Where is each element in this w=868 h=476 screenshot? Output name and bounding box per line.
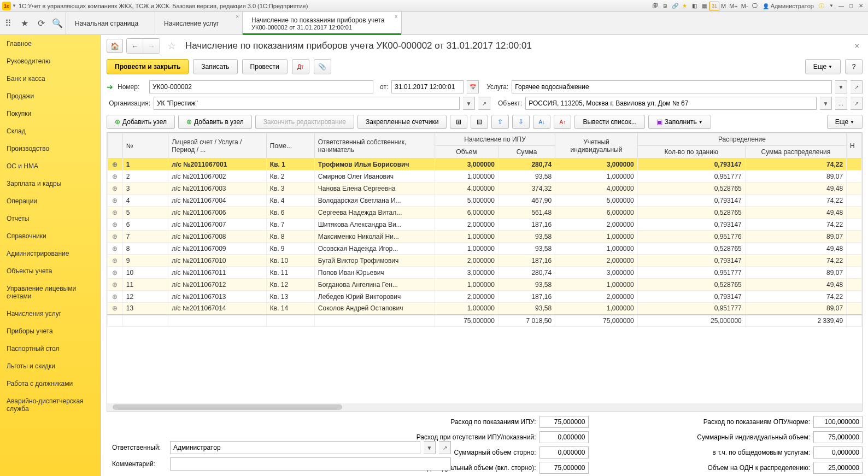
more-dots-icon[interactable]: …: [835, 97, 847, 110]
table-row[interactable]: ⊕ 11л/с №2011067012Кв. 12Богданова Ангел…: [108, 279, 862, 291]
toolbar-icon-copy[interactable]: 🗎: [660, 2, 670, 10]
date-input[interactable]: [391, 80, 464, 93]
table-row[interactable]: ⊕ 5л/с №2011067006Кв. 6Сергеева Надежда …: [108, 207, 862, 219]
star-button[interactable]: ☆: [163, 39, 180, 53]
add-node-button[interactable]: ⊕Добавить узел: [107, 115, 175, 129]
common-value[interactable]: [813, 446, 863, 459]
col-sum[interactable]: Сумма: [498, 146, 555, 158]
grid-more-button[interactable]: Еще ▼: [827, 115, 863, 129]
m-button[interactable]: M: [719, 3, 728, 9]
open-icon[interactable]: ↗: [439, 441, 451, 454]
sidebar-item-12[interactable]: Администрирование: [0, 245, 101, 262]
history-icon[interactable]: ⟳: [36, 19, 46, 28]
back-button[interactable]: ←: [127, 39, 143, 53]
col-account[interactable]: Лицевой счет / Услуга / Период / ...: [168, 133, 267, 158]
favorites-icon[interactable]: ★: [20, 19, 30, 28]
toolbar-icon-box[interactable]: ◧: [690, 2, 700, 10]
sidebar-item-18[interactable]: Льготы и скидки: [0, 357, 101, 375]
number-input[interactable]: [149, 80, 373, 93]
minimize-button[interactable]: —: [836, 2, 846, 10]
calendar-icon[interactable]: 📅: [467, 80, 479, 93]
page-close-button[interactable]: ×: [852, 42, 863, 50]
attach-button[interactable]: 📎: [314, 59, 331, 74]
info-icon[interactable]: ⓘ: [817, 2, 826, 10]
m-minus-button[interactable]: M-: [740, 3, 750, 9]
user-label[interactable]: 👤 Администратор: [760, 3, 817, 9]
table-row[interactable]: ⊕ 1л/с №2011067001Кв. 1Трофимов Илья Бор…: [108, 158, 862, 171]
sidebar-item-13[interactable]: Объекты учета: [0, 262, 101, 280]
col-n[interactable]: Н: [847, 133, 862, 158]
add-in-node-button[interactable]: ⊕Добавить в узел: [178, 115, 252, 129]
table-row[interactable]: ⊕ 4л/с №2011067004Кв. 4Володарская Светл…: [108, 195, 862, 207]
sidebar-item-6[interactable]: Производство: [0, 140, 101, 157]
tab-charge-meters[interactable]: Начисление по показаниям приборов учета …: [243, 12, 401, 34]
col-no[interactable]: №: [122, 133, 168, 158]
table-row[interactable]: ⊕ 13л/с №2011067014Кв. 14Соколов Андрей …: [108, 303, 862, 315]
help-button[interactable]: ?: [845, 59, 863, 74]
table-row[interactable]: ⊕ 3л/с №2011067003Кв. 3Чанова Елена Серг…: [108, 183, 862, 195]
sidebar-item-4[interactable]: Покупки: [0, 105, 101, 122]
sidebar-item-17[interactable]: Паспортный стол: [0, 340, 101, 357]
down-arrow-icon[interactable]: ⇩: [512, 115, 530, 129]
dk-button[interactable]: Дт: [292, 59, 309, 74]
horizontal-scrollbar[interactable]: [107, 403, 862, 411]
open-icon[interactable]: ↗: [851, 80, 863, 93]
col-volume[interactable]: Объем: [435, 146, 498, 158]
table-row[interactable]: ⊕ 8л/с №2011067009Кв. 9Осовская Надежда …: [108, 243, 862, 255]
sidebar-item-14[interactable]: Управление лицевыми счетами: [0, 280, 101, 305]
sidebar-item-11[interactable]: Справочники: [0, 227, 101, 245]
post-and-close-button[interactable]: Провести и закрыть: [107, 59, 189, 74]
dropdown-icon[interactable]: ▼: [820, 97, 832, 110]
table-row[interactable]: ⊕ 12л/с №2011067013Кв. 13Лебедев Юрий Ви…: [108, 291, 862, 303]
col-owner[interactable]: Ответственный собственник, наниматель: [314, 133, 435, 158]
close-button[interactable]: ✕: [856, 2, 866, 10]
open-icon[interactable]: ↗: [851, 97, 863, 110]
no-ipu-value[interactable]: [539, 431, 589, 443]
sidebar-item-16[interactable]: Приборы учета: [0, 322, 101, 340]
toolbar-icon-cal[interactable]: 31: [709, 2, 719, 10]
ipu-consumption-value[interactable]: [539, 416, 589, 428]
home-button[interactable]: 🏠: [107, 39, 123, 53]
toolbar-icon-grid[interactable]: ▦: [700, 2, 709, 10]
print-list-button[interactable]: Вывести список...: [574, 115, 644, 129]
end-edit-button[interactable]: Закончить редактирование: [255, 115, 354, 129]
up-arrow-icon[interactable]: ⇧: [491, 115, 509, 129]
dropdown-icon[interactable]: ▼: [424, 441, 436, 454]
tab-home[interactable]: Начальная страница: [66, 12, 155, 34]
sidebar-item-8[interactable]: Зарплата и кадры: [0, 175, 101, 192]
sidebar-item-2[interactable]: Банк и касса: [0, 70, 101, 87]
tab-charge-services[interactable]: Начисление услуг×: [155, 12, 243, 34]
apps-icon[interactable]: ⠿: [3, 19, 13, 28]
more-button[interactable]: Еще ▼: [805, 59, 841, 74]
sidebar-item-3[interactable]: Продажи: [0, 87, 101, 105]
toolbar-icon-link[interactable]: 🔗: [670, 2, 680, 10]
sort-asc-icon[interactable]: A↓: [533, 115, 550, 129]
service-input[interactable]: [512, 80, 832, 93]
sidebar-item-10[interactable]: Отчеты: [0, 210, 101, 227]
col-dist[interactable]: Распределение: [637, 133, 846, 146]
col-qty-building[interactable]: Кол-во по зданию: [637, 146, 745, 158]
pinned-meters-button[interactable]: Закрепленные счетчики: [357, 115, 447, 129]
titlebar-dropdown-icon[interactable]: ▼: [12, 3, 16, 8]
col-ind[interactable]: Учетный индивидуальный: [555, 133, 638, 158]
table-row[interactable]: ⊕ 7л/с №2011067008Кв. 8Максименко Никола…: [108, 231, 862, 243]
dropdown-icon[interactable]: ▼: [463, 97, 475, 110]
write-button[interactable]: Записать: [193, 59, 237, 74]
org-input[interactable]: [154, 97, 460, 110]
col-sum-dist[interactable]: Сумма распределения: [745, 146, 846, 158]
responsible-input[interactable]: [170, 441, 420, 454]
open-icon[interactable]: ↗: [478, 97, 490, 110]
toolbar-icon-screen[interactable]: 🖵: [750, 2, 760, 10]
storno-value[interactable]: [539, 446, 589, 459]
maximize-button[interactable]: □: [846, 2, 856, 10]
sort-desc-icon[interactable]: A↑: [554, 115, 571, 129]
toolbar-icon-star[interactable]: ★: [680, 2, 690, 10]
m-plus-button[interactable]: M+: [728, 3, 740, 9]
sidebar-item-20[interactable]: Аварийно-диспетчерская служба: [0, 392, 101, 418]
sidebar-item-0[interactable]: Главное: [0, 35, 101, 52]
comment-input[interactable]: [170, 457, 451, 471]
info-dropdown-icon[interactable]: ▼: [826, 2, 836, 10]
tree-icon[interactable]: ⊟: [471, 115, 488, 129]
forward-button[interactable]: →: [143, 39, 160, 53]
final-ind-value[interactable]: [539, 462, 589, 474]
